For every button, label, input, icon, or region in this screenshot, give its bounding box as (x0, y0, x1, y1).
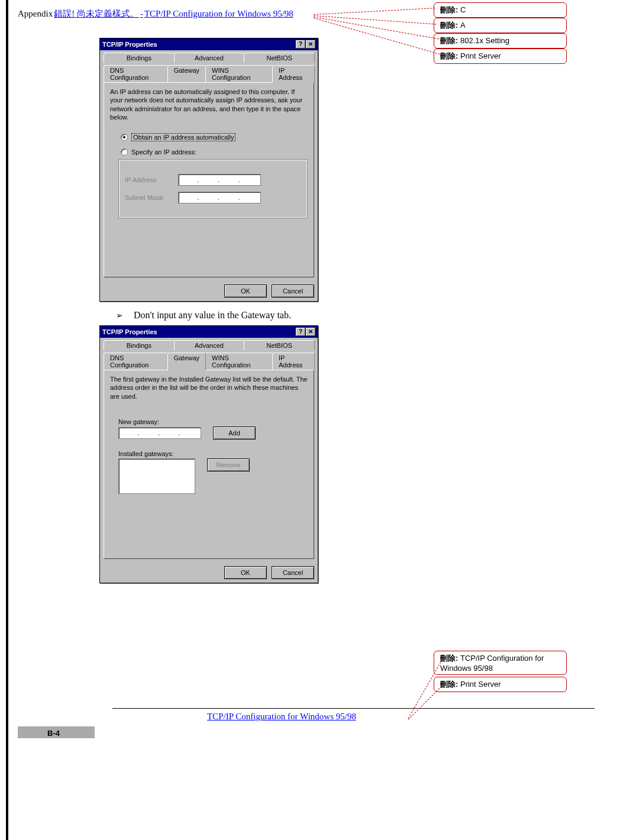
tab-advanced[interactable]: Advanced (174, 340, 245, 350)
installed-gateways-label: Installed gateways: (118, 450, 308, 457)
balloon-text: 802.1x Setting (458, 36, 509, 45)
tab-wins[interactable]: WINS Configuration (205, 65, 273, 82)
page-number: B-4 (47, 729, 60, 738)
radio-specify[interactable]: Specify an IP address: (121, 148, 308, 156)
tab-dns[interactable]: DNS Configuration (104, 65, 168, 82)
balloon-delete-c: 刪除: C (434, 2, 567, 18)
titlebar: TCP/IP Properties ? ✕ (100, 326, 318, 338)
description: The first gateway in the Installed Gatew… (110, 375, 308, 400)
tcpip-dialog-gateway: TCP/IP Properties ? ✕ Bindings Advanced … (99, 325, 318, 583)
tab-netbios[interactable]: NetBIOS (244, 340, 315, 350)
footer-title: TCP/IP Configuration for Windows 95/98 (207, 712, 356, 722)
new-gateway-input[interactable] (118, 427, 201, 439)
balloon-label: 刪除: (440, 680, 458, 689)
tab-content: An IP address can be automatically assig… (104, 82, 314, 277)
appendix-label: Appendix (18, 9, 53, 19)
bullet-text: Don't input any value in the Gateway tab… (134, 310, 291, 320)
tab-bindings[interactable]: Bindings (104, 53, 175, 63)
balloon-label: 刪除: (440, 654, 458, 663)
balloon-label: 刪除: (440, 51, 458, 60)
header-error: 錯誤! 尚未定義樣式。 (54, 8, 139, 20)
balloon-delete-a: 刪除: A (434, 18, 567, 33)
header-sep: - (140, 9, 143, 19)
change-bar (6, 0, 8, 840)
tab-row-2: DNS Configuration Gateway WINS Configura… (100, 350, 318, 370)
radio-icon (121, 148, 128, 156)
tab-row-1: Bindings Advanced NetBIOS (100, 338, 318, 350)
header-title: TCP/IP Configuration for Windows 95/98 (144, 9, 293, 19)
subnet-mask-label: Subnet Mask: (125, 194, 172, 201)
balloon-delete-printserver: 刪除: Print Server (434, 49, 567, 64)
ok-button[interactable]: OK (224, 566, 267, 579)
balloon-text: A (458, 21, 465, 30)
tab-dns[interactable]: DNS Configuration (104, 353, 168, 370)
balloon-text: C (458, 5, 466, 14)
radio-icon (121, 134, 128, 141)
balloon-text: Print Server (458, 680, 501, 689)
bullet-icon: ➢ (116, 311, 123, 320)
cancel-button[interactable]: Cancel (272, 566, 314, 579)
tab-content: The first gateway in the Installed Gatew… (104, 370, 314, 559)
tab-ipaddress[interactable]: IP Address (272, 65, 315, 83)
dialog-buttons: OK Cancel (100, 563, 318, 583)
tab-ipaddress[interactable]: IP Address (272, 353, 315, 370)
ip-fieldset: IP Address: Subnet Mask: (118, 159, 308, 218)
tab-wins[interactable]: WINS Configuration (205, 353, 273, 370)
subnet-mask-input[interactable] (178, 192, 261, 203)
tab-row-1: Bindings Advanced NetBIOS (100, 50, 318, 63)
help-button[interactable]: ? (296, 40, 305, 49)
installed-gateways-list[interactable] (118, 458, 195, 494)
ip-address-label: IP Address: (125, 176, 172, 183)
balloon-text: Print Server (458, 51, 501, 60)
radio-obtain-auto[interactable]: Obtain an IP address automatically (121, 133, 308, 141)
tab-gateway[interactable]: Gateway (167, 65, 206, 82)
connector (408, 686, 442, 720)
radio-label: Specify an IP address: (131, 148, 196, 156)
balloon-label: 刪除: (440, 21, 458, 30)
balloon-delete-8021x: 刪除: 802.1x Setting (434, 33, 567, 49)
radio-label: Obtain an IP address automatically (131, 133, 235, 141)
close-button[interactable]: ✕ (306, 40, 315, 49)
close-button[interactable]: ✕ (306, 328, 315, 336)
ip-address-input[interactable] (178, 174, 261, 186)
cancel-button[interactable]: Cancel (272, 285, 314, 298)
remove-button[interactable]: Remove (207, 458, 250, 471)
description: An IP address can be automatically assig… (110, 88, 308, 121)
balloon-label: 刪除: (440, 5, 458, 14)
page-header: Appendix 錯誤! 尚未定義樣式。 - TCP/IP Configurat… (18, 8, 293, 20)
tab-row-2: DNS Configuration Gateway WINS Configura… (100, 63, 318, 82)
help-button[interactable]: ? (296, 328, 305, 336)
tcpip-dialog-ipaddress: TCP/IP Properties ? ✕ Bindings Advanced … (99, 38, 318, 302)
tab-netbios[interactable]: NetBIOS (244, 53, 315, 63)
balloon-label: 刪除: (440, 36, 458, 45)
bullet-gateway-tip: ➢ Don't input any value in the Gateway t… (116, 310, 291, 321)
tab-bindings[interactable]: Bindings (104, 340, 175, 350)
dialog-buttons: OK Cancel (100, 281, 318, 301)
balloon-delete-printserver2: 刪除: Print Server (434, 677, 567, 692)
dialog-title: TCP/IP Properties (102, 328, 157, 335)
titlebar: TCP/IP Properties ? ✕ (100, 38, 318, 50)
tab-advanced[interactable]: Advanced (174, 53, 245, 63)
new-gateway-label: New gateway: (118, 418, 308, 425)
tab-gateway[interactable]: Gateway (167, 353, 206, 370)
ok-button[interactable]: OK (224, 285, 267, 298)
footer-rule (112, 708, 595, 709)
dialog-title: TCP/IP Properties (102, 41, 157, 48)
connector (314, 8, 435, 15)
add-button[interactable]: Add (213, 427, 256, 440)
balloon-delete-tcpip: 刪除: TCP/IP Configuration for Windows 95/… (434, 651, 567, 675)
